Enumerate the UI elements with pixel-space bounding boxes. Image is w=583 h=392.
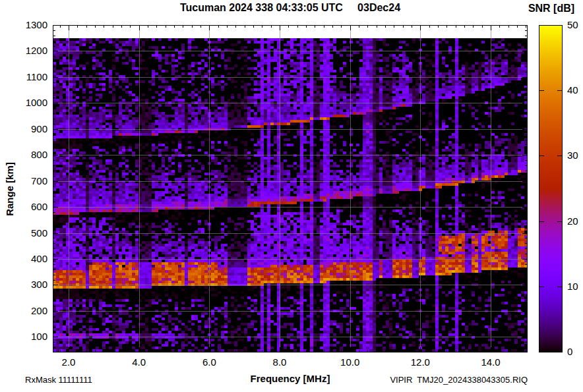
x-tick-label: 12.0 — [404, 356, 436, 368]
x-tick-label: 8.0 — [264, 356, 295, 368]
colorbar-title: SNR [dB] — [522, 3, 581, 14]
y-tick-label: 700 — [16, 175, 47, 187]
ionogram-heatmap-canvas — [53, 25, 528, 352]
colorbar-tick-label: 20 — [567, 215, 583, 227]
colorbar-tick-label: 50 — [567, 19, 583, 31]
y-tick-label: 1100 — [16, 71, 47, 83]
y-tick-label: 800 — [16, 149, 47, 161]
y-tick-label: 1300 — [16, 19, 47, 31]
y-tick-label: 400 — [16, 253, 47, 265]
y-tick-label: 1000 — [16, 97, 47, 109]
y-tick-label: 1200 — [16, 45, 47, 57]
colorbar-tick-label: 40 — [567, 84, 583, 96]
y-tick-label: 600 — [16, 201, 47, 213]
x-tick-label: 10.0 — [334, 356, 366, 368]
y-tick-label: 500 — [16, 227, 47, 239]
page-title: Tucuman 2024 338 04:33:05 UTC 03Dec24 — [53, 2, 528, 14]
x-tick-label: 4.0 — [123, 356, 155, 368]
rxmask-text: RxMask 11111111 — [25, 375, 92, 385]
colorbar-tick-label: 10 — [567, 281, 583, 293]
colorbar-tick-label: 0 — [567, 346, 583, 358]
ionogram-page: Tucuman 2024 338 04:33:05 UTC 03Dec24 SN… — [0, 0, 583, 392]
x-tick-label: 6.0 — [193, 356, 225, 368]
x-tick-label: 14.0 — [475, 356, 506, 368]
x-tick-label: 2.0 — [53, 356, 84, 368]
y-tick-label: 300 — [16, 279, 47, 291]
y-axis-label: Range [km] — [4, 162, 15, 216]
y-tick-label: 100 — [16, 331, 47, 343]
y-tick-label: 200 — [16, 305, 47, 317]
y-tick-label: 900 — [16, 123, 47, 135]
colorbar-tick-label: 30 — [567, 150, 583, 161]
snr-colorbar-canvas — [539, 25, 563, 352]
filename-text: VIPIR TMJ20_2024338043305.RIQ — [330, 375, 528, 385]
